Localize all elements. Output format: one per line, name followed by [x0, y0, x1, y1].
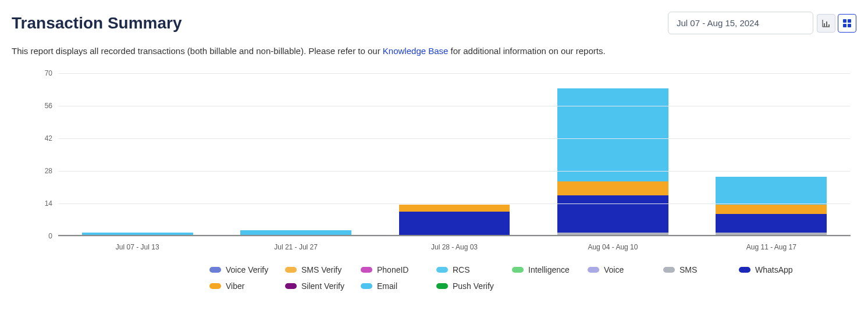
- bar-segment[interactable]: [557, 195, 668, 233]
- legend-item[interactable]: RCS: [436, 265, 512, 274]
- x-tick-label: Jul 28 - Aug 03: [431, 243, 478, 251]
- legend-label: SMS: [680, 265, 697, 274]
- legend-item[interactable]: Email: [361, 281, 436, 291]
- legend-swatch: [209, 267, 221, 273]
- bar-segment[interactable]: [716, 177, 827, 205]
- chart-legend: Voice VerifySMS VerifyPhoneIDRCSIntellig…: [209, 265, 833, 291]
- stacked-bar[interactable]: [716, 177, 827, 235]
- legend-item[interactable]: WhatsApp: [739, 265, 814, 274]
- bar-segment[interactable]: [557, 88, 668, 181]
- bar-segment[interactable]: [82, 233, 193, 235]
- y-tick-label: 56: [45, 102, 52, 110]
- y-tick-label: 14: [45, 199, 52, 208]
- legend-label: Voice Verify: [226, 265, 268, 274]
- view-chart-button[interactable]: [817, 14, 835, 33]
- gridline: [58, 106, 851, 106]
- legend-swatch: [436, 267, 448, 273]
- legend-swatch: [588, 267, 599, 273]
- x-tick-label: Jul 21 - Jul 27: [274, 243, 318, 251]
- legend-item[interactable]: Push Verify: [436, 281, 512, 291]
- svg-rect-4: [828, 24, 830, 27]
- header-controls: Jul 07 - Aug 15, 2024: [668, 12, 856, 34]
- legend-swatch: [361, 267, 372, 273]
- bar-group: Jul 21 - Jul 27: [216, 73, 375, 235]
- chart-plot: Jul 07 - Jul 13Jul 21 - Jul 27Jul 28 - A…: [58, 73, 851, 236]
- svg-rect-3: [826, 22, 827, 27]
- y-tick-label: 42: [45, 134, 52, 142]
- legend-item[interactable]: Silent Verify: [285, 281, 361, 291]
- bar-segment[interactable]: [716, 233, 827, 235]
- legend-label: Viber: [226, 281, 244, 291]
- chart-bars: Jul 07 - Jul 13Jul 21 - Jul 27Jul 28 - A…: [58, 73, 851, 235]
- legend-item[interactable]: SMS Verify: [285, 265, 361, 274]
- bar-segment[interactable]: [716, 205, 827, 214]
- legend-label: SMS Verify: [301, 265, 341, 274]
- legend-label: Intelligence: [528, 265, 570, 274]
- stacked-bar[interactable]: [399, 205, 510, 235]
- legend-label: Voice: [604, 265, 624, 274]
- svg-rect-2: [824, 23, 825, 27]
- stacked-bar[interactable]: [82, 233, 193, 235]
- legend-label: Email: [377, 281, 397, 291]
- x-tick-label: Aug 11 - Aug 17: [746, 243, 796, 251]
- bar-group: Aug 04 - Aug 10: [533, 73, 692, 235]
- legend-item[interactable]: Voice: [588, 265, 663, 274]
- gridline: [58, 171, 851, 172]
- stacked-bar[interactable]: [240, 230, 351, 235]
- report-description: This report displays all recorded transa…: [12, 46, 856, 56]
- gridline: [58, 138, 851, 139]
- bar-segment[interactable]: [399, 212, 510, 235]
- legend-item[interactable]: Intelligence: [512, 265, 588, 274]
- description-prefix: This report displays all recorded transa…: [12, 46, 383, 56]
- legend-swatch: [285, 267, 297, 273]
- legend-swatch: [663, 267, 675, 273]
- legend-label: PhoneID: [377, 265, 408, 274]
- svg-rect-5: [843, 19, 846, 23]
- stacked-bar[interactable]: [557, 88, 668, 235]
- grid-icon: [842, 19, 852, 28]
- gridline: [58, 236, 851, 237]
- legend-swatch: [361, 283, 372, 289]
- legend-swatch: [285, 283, 297, 289]
- bar-group: Jul 07 - Jul 13: [58, 73, 216, 235]
- legend-label: WhatsApp: [755, 265, 793, 274]
- y-tick-label: 70: [45, 69, 52, 77]
- bar-group: Jul 28 - Aug 03: [375, 73, 533, 235]
- legend-swatch: [739, 267, 750, 273]
- legend-item[interactable]: Viber: [209, 281, 285, 291]
- gridline: [58, 204, 851, 204]
- y-axis: 01428425670: [35, 73, 58, 236]
- date-range-picker[interactable]: Jul 07 - Aug 15, 2024: [668, 12, 813, 34]
- bar-segment[interactable]: [399, 205, 510, 212]
- legend-label: Silent Verify: [301, 281, 344, 291]
- legend-item[interactable]: SMS: [663, 265, 739, 274]
- bar-segment[interactable]: [557, 233, 668, 235]
- view-table-button[interactable]: [838, 14, 856, 33]
- bar-group: Aug 11 - Aug 17: [692, 73, 851, 235]
- y-tick-label: 0: [48, 232, 52, 240]
- transaction-chart: 01428425670 Jul 07 - Jul 13Jul 21 - Jul …: [35, 73, 851, 236]
- bar-segment[interactable]: [716, 214, 827, 233]
- legend-label: RCS: [453, 265, 470, 274]
- svg-rect-8: [848, 24, 851, 27]
- x-tick-label: Aug 04 - Aug 10: [588, 243, 638, 251]
- svg-rect-7: [843, 24, 846, 27]
- legend-swatch: [209, 283, 221, 289]
- gridline: [58, 73, 851, 74]
- bar-segment[interactable]: [557, 181, 668, 195]
- description-suffix: for additional information on our report…: [448, 46, 605, 56]
- bar-chart-icon: [821, 19, 831, 28]
- legend-label: Push Verify: [453, 281, 494, 291]
- legend-swatch: [512, 267, 524, 273]
- view-toggle-group: [817, 14, 856, 33]
- legend-item[interactable]: Voice Verify: [209, 265, 285, 274]
- page-title: Transaction Summary: [12, 14, 182, 33]
- knowledge-base-link[interactable]: Knowledge Base: [383, 46, 449, 56]
- bar-segment[interactable]: [240, 230, 351, 235]
- legend-swatch: [436, 283, 448, 289]
- legend-item[interactable]: PhoneID: [361, 265, 436, 274]
- y-tick-label: 28: [45, 167, 52, 175]
- svg-rect-6: [848, 19, 851, 23]
- x-tick-label: Jul 07 - Jul 13: [116, 243, 159, 251]
